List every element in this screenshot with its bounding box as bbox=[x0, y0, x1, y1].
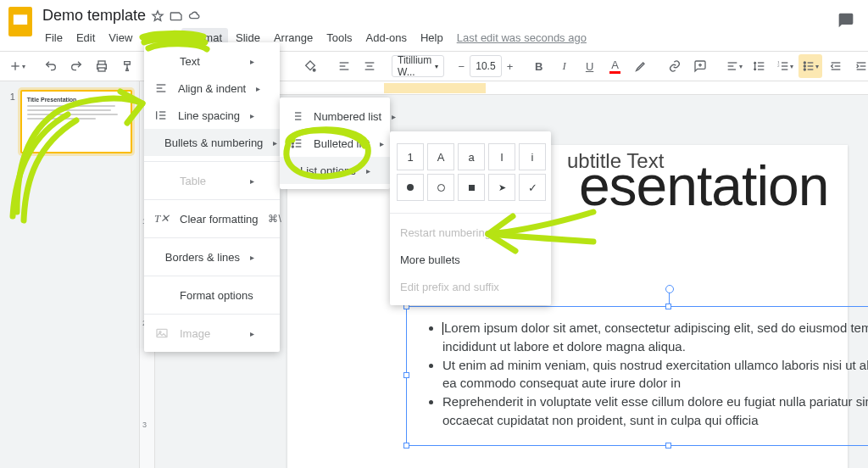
svg-rect-6 bbox=[98, 68, 105, 71]
slide-thumbnail[interactable]: Title Presentation bbox=[20, 90, 132, 153]
thumb-title: Title Presentation bbox=[27, 97, 125, 103]
document-name[interactable]: Demo template bbox=[39, 5, 149, 26]
svg-rect-1 bbox=[14, 14, 27, 25]
bulletstyle-square[interactable] bbox=[458, 174, 485, 201]
menu-label: Line spacing bbox=[178, 109, 240, 122]
undo-button[interactable] bbox=[39, 54, 63, 78]
comments-icon[interactable] bbox=[837, 12, 854, 31]
format-format-options[interactable]: Format options bbox=[144, 281, 280, 309]
format-text[interactable]: Text▸ bbox=[144, 47, 280, 75]
svg-text:2: 2 bbox=[777, 64, 780, 68]
body-textbox[interactable]: Lorem ipsum dolor sit amet, consectetur … bbox=[406, 306, 868, 446]
bulleted-list-item[interactable]: Bulleted list▸ bbox=[280, 130, 390, 157]
menu-file[interactable]: File bbox=[39, 28, 69, 47]
numstyle-a[interactable]: a bbox=[458, 143, 485, 170]
font-size-value: 10.5 bbox=[476, 60, 495, 72]
list-item[interactable]: Lorem ipsum dolor sit amet, consectetur … bbox=[442, 319, 868, 356]
last-edit-link[interactable]: Last edit was seconds ago bbox=[451, 28, 593, 47]
format-table: Table▸ bbox=[144, 167, 280, 194]
font-size-inc[interactable]: + bbox=[504, 54, 517, 78]
list-options-item[interactable]: List options▸ bbox=[280, 157, 390, 184]
menu-view[interactable]: View bbox=[103, 28, 138, 47]
format-bullets-numbering[interactable]: Bullets & numbering▸ bbox=[144, 129, 280, 156]
bulleted-list-button[interactable]: ▾ bbox=[798, 54, 822, 78]
align-center-button[interactable] bbox=[358, 54, 381, 78]
svg-point-29 bbox=[804, 62, 805, 64]
paint-format-button[interactable] bbox=[115, 54, 139, 78]
list-item[interactable]: Reprehenderit in voluptate velit esse ci… bbox=[442, 393, 868, 430]
menu-label: Table bbox=[180, 175, 206, 187]
line-spacing-button[interactable] bbox=[748, 54, 771, 78]
bulletstyle-circle[interactable] bbox=[427, 174, 454, 201]
filmstrip: 1 Title Presentation bbox=[0, 81, 140, 468]
numbered-list-item[interactable]: Numbered list▸ bbox=[280, 103, 390, 130]
slides-logo[interactable] bbox=[8, 7, 32, 36]
menu-label: List options bbox=[300, 164, 356, 177]
restart-numbering: Restart numbering bbox=[390, 219, 551, 246]
font-size-input[interactable]: 10.5 bbox=[470, 55, 501, 77]
menu-label: Edit prefix and suffix bbox=[400, 281, 499, 293]
format-image: Image▸ bbox=[144, 320, 280, 347]
indent-inc-button[interactable] bbox=[849, 54, 868, 78]
numstyle-A[interactable]: A bbox=[427, 143, 454, 170]
insert-comment-button[interactable] bbox=[688, 54, 712, 78]
star-icon[interactable] bbox=[151, 9, 164, 23]
svg-point-54 bbox=[292, 146, 293, 148]
format-align-indent[interactable]: Align & indent▸ bbox=[144, 75, 280, 102]
menu-edit[interactable]: Edit bbox=[70, 28, 101, 47]
menubar: File Edit View Insert Format Slide Arran… bbox=[39, 28, 593, 51]
format-clear[interactable]: T✕Clear formatting⌘\ bbox=[144, 205, 280, 232]
menu-label: Image bbox=[180, 327, 210, 340]
new-slide-button[interactable]: ▾ bbox=[5, 54, 29, 78]
font-family-select[interactable]: Titillium W...▾ bbox=[392, 55, 444, 77]
menu-label: Restart numbering bbox=[400, 226, 491, 239]
svg-marker-2 bbox=[153, 11, 163, 20]
numstyle-i[interactable]: i bbox=[519, 143, 546, 170]
menu-label: Numbered list bbox=[314, 110, 381, 123]
format-line-spacing[interactable]: Line spacing▸ bbox=[144, 102, 280, 129]
menu-label: Borders & lines bbox=[165, 251, 240, 264]
ruler-tick: 3 bbox=[142, 421, 147, 429]
menu-tools[interactable]: Tools bbox=[320, 28, 358, 47]
align-left-button[interactable] bbox=[332, 54, 356, 78]
underline-button[interactable]: U bbox=[578, 54, 602, 78]
menu-label: Text bbox=[180, 55, 200, 68]
indent-dec-button[interactable] bbox=[824, 54, 848, 78]
fill-color-button[interactable] bbox=[298, 54, 322, 78]
list-item[interactable]: Ut enim ad minim veniam, quis nostrud ex… bbox=[442, 356, 868, 393]
bulletstyle-arrow[interactable] bbox=[488, 174, 515, 201]
menu-label: Bulleted list bbox=[314, 137, 370, 150]
print-button[interactable] bbox=[90, 54, 114, 78]
menu-label: Format options bbox=[180, 289, 253, 302]
svg-point-53 bbox=[292, 142, 293, 144]
text-cursor bbox=[442, 322, 443, 335]
bulletstyle-disc[interactable] bbox=[397, 174, 424, 201]
format-borders-lines[interactable]: Borders & lines▸ bbox=[144, 243, 280, 270]
numstyle-1[interactable]: 1 bbox=[397, 143, 424, 170]
numstyle-I[interactable]: I bbox=[488, 143, 515, 170]
menu-shortcut: ⌘\ bbox=[268, 213, 281, 225]
bold-button[interactable]: B bbox=[527, 54, 551, 78]
move-icon[interactable] bbox=[170, 9, 183, 23]
text-color-button[interactable]: A bbox=[604, 54, 627, 78]
svg-rect-5 bbox=[98, 61, 105, 64]
align-button[interactable]: ▾ bbox=[722, 54, 746, 78]
more-bullets[interactable]: More bullets bbox=[390, 246, 551, 273]
toolbar: ▾ ▾ Titillium W...▾ − 10.5 + B I U A ▾ 1… bbox=[0, 51, 868, 81]
redo-button[interactable] bbox=[64, 54, 88, 78]
menu-addons[interactable]: Add-ons bbox=[360, 28, 413, 47]
font-size-dec[interactable]: − bbox=[454, 54, 468, 78]
menu-label: Clear formatting bbox=[180, 213, 258, 226]
list-options-submenu: 1 A a I i Restart numbering More bullets… bbox=[390, 131, 551, 305]
bulletstyle-check[interactable] bbox=[519, 174, 546, 201]
menu-help[interactable]: Help bbox=[415, 28, 449, 47]
italic-button[interactable]: I bbox=[553, 54, 576, 78]
highlight-button[interactable] bbox=[629, 54, 653, 78]
bullet-text: Lorem ipsum dolor sit amet, consectetur … bbox=[442, 320, 868, 354]
insert-link-button[interactable] bbox=[663, 54, 687, 78]
svg-point-30 bbox=[804, 65, 805, 67]
titlebar: Demo template File Edit View Insert Form… bbox=[0, 0, 868, 51]
cloud-icon[interactable] bbox=[188, 9, 202, 23]
menu-label: Align & indent bbox=[178, 82, 246, 95]
numbered-list-button[interactable]: 12▾ bbox=[773, 54, 797, 78]
